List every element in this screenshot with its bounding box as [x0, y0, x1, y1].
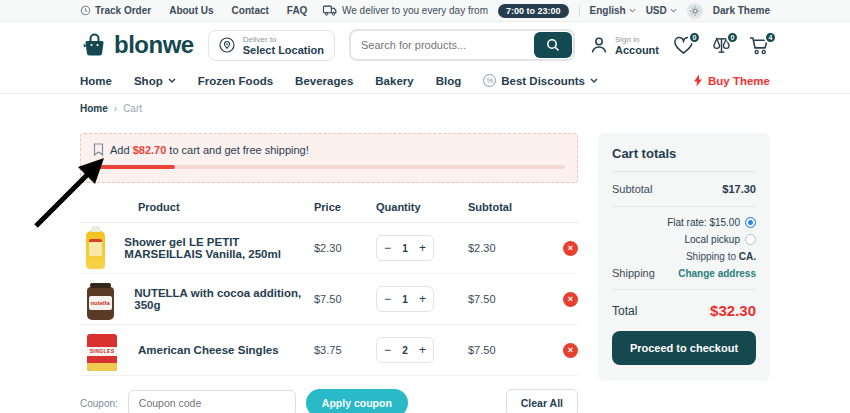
shipping-text-suffix: to cart and get free shipping! — [169, 144, 308, 156]
nav-bakery[interactable]: Bakery — [375, 75, 413, 87]
change-address-link[interactable]: Change address — [678, 268, 756, 279]
quantity-stepper: − 1 + — [376, 235, 434, 261]
select-location-label: Select Location — [243, 44, 324, 56]
product-name[interactable]: American Cheese Singles — [138, 344, 279, 356]
product-name[interactable]: NUTELLA with cocoa addition, 350g — [134, 287, 314, 311]
product-subtotal: $7.50 — [468, 293, 554, 305]
currency-select[interactable]: USD — [646, 5, 677, 16]
local-pickup-radio[interactable] — [745, 234, 756, 245]
user-icon — [589, 35, 609, 55]
cart-count-badge: 4 — [764, 31, 777, 44]
decrease-quantity-button[interactable]: − — [384, 293, 391, 305]
quantity-value: 1 — [402, 243, 408, 254]
col-price: Price — [314, 201, 376, 213]
increase-quantity-button[interactable]: + — [419, 293, 426, 305]
location-selector[interactable]: Deliver to Select Location — [208, 30, 335, 61]
map-pin-icon — [219, 37, 235, 53]
product-name[interactable]: Shower gel LE PETIT MARSEILLAIS Vanilla,… — [124, 236, 314, 260]
search-button[interactable] — [534, 32, 572, 58]
nav-home-label: Home — [80, 75, 112, 87]
remove-item-button[interactable]: × — [563, 343, 578, 358]
discount-percent-icon: % — [483, 74, 496, 87]
free-shipping-banner: Add $82.70 to cart and get free shipping… — [80, 133, 578, 183]
nav-blog[interactable]: Blog — [436, 75, 462, 87]
delivery-text: We deliver to you every day from — [342, 5, 488, 16]
nav-beverages[interactable]: Beverages — [295, 75, 353, 87]
product-image-nutella[interactable] — [80, 278, 120, 320]
remove-item-button[interactable]: × — [563, 292, 578, 307]
contact-link[interactable]: Contact — [232, 5, 269, 16]
product-price: $2.30 — [314, 242, 376, 254]
sign-in-label: Sign in — [615, 35, 659, 44]
flat-rate-option[interactable]: Flat rate: $15.00 — [667, 217, 756, 228]
breadcrumb-separator: › — [114, 103, 117, 114]
nav-shop[interactable]: Shop — [134, 75, 176, 87]
buy-theme-link[interactable]: Buy Theme — [693, 74, 770, 87]
nav-best-discounts[interactable]: % Best Discounts — [483, 74, 598, 87]
compare-count-badge: 0 — [726, 31, 739, 44]
product-price: $7.50 — [314, 293, 376, 305]
search-icon — [546, 38, 560, 52]
track-order-link[interactable]: Track Order — [80, 5, 151, 16]
main-nav: Home Shop Frozen Foods Beverages Bakery … — [0, 68, 850, 94]
theme-toggle[interactable] — [687, 3, 703, 19]
product-image-shower-gel[interactable] — [80, 227, 110, 269]
search-input[interactable] — [351, 39, 534, 51]
compare-button[interactable]: 0 — [711, 36, 732, 55]
search-bar — [349, 29, 575, 61]
cart-button[interactable]: 4 — [749, 36, 770, 55]
increase-quantity-button[interactable]: + — [419, 344, 426, 356]
coupon-label: Coupon: — [80, 398, 118, 409]
subtotal-row: Subtotal $17.30 — [612, 172, 756, 207]
nav-frozen-foods[interactable]: Frozen Foods — [198, 75, 273, 87]
shipping-section: Shipping Flat rate: $15.00 Local pickup … — [612, 207, 756, 290]
flat-rate-radio[interactable] — [745, 217, 756, 228]
account-label: Account — [615, 44, 659, 56]
faq-link[interactable]: FAQ — [287, 5, 308, 16]
sun-icon — [690, 6, 700, 16]
nav-bakery-label: Bakery — [375, 75, 413, 87]
header: blonwe Deliver to Select Location Sign i… — [0, 22, 850, 68]
buy-theme-label: Buy Theme — [708, 75, 770, 87]
subtotal-label: Subtotal — [612, 183, 652, 195]
cart-table-header: Product Price Quantity Subtotal — [80, 195, 578, 223]
proceed-to-checkout-button[interactable]: Proceed to checkout — [612, 331, 756, 365]
local-pickup-option[interactable]: Local pickup — [684, 234, 756, 245]
shipping-progress-fill — [93, 165, 175, 169]
apply-coupon-button[interactable]: Apply coupon — [306, 389, 408, 413]
chevron-down-icon — [590, 78, 598, 83]
increase-quantity-button[interactable]: + — [419, 242, 426, 254]
nav-shop-label: Shop — [134, 75, 163, 87]
nav-home[interactable]: Home — [80, 75, 112, 87]
local-pickup-label: Local pickup — [684, 234, 740, 245]
breadcrumb: Home › Cart — [80, 94, 770, 121]
account-button[interactable]: Sign in Account — [589, 35, 659, 56]
wishlist-button[interactable]: 0 — [673, 36, 694, 55]
about-us-link[interactable]: About Us — [169, 5, 213, 16]
total-value: $32.30 — [710, 302, 756, 319]
cart-row-nutella: NUTELLA with cocoa addition, 350g $7.50 … — [80, 274, 578, 325]
cart-row-shower-gel: Shower gel LE PETIT MARSEILLAIS Vanilla,… — [80, 223, 578, 274]
product-image-cheese[interactable] — [80, 329, 124, 371]
remove-item-button[interactable]: × — [563, 241, 578, 256]
shipping-amount: $82.70 — [133, 144, 167, 156]
cart-row-cheese: American Cheese Singles $3.75 − 2 + $7.5… — [80, 325, 578, 376]
track-order-label: Track Order — [95, 5, 151, 16]
coupon-section: Coupon: Apply coupon Clear All — [80, 389, 578, 413]
shipping-text-prefix: Add — [110, 144, 130, 156]
nav-beverages-label: Beverages — [295, 75, 353, 87]
chevron-down-icon — [670, 8, 677, 13]
coupon-input[interactable] — [128, 390, 296, 413]
theme-label: Dark Theme — [713, 5, 770, 16]
brand-logo[interactable]: blonwe — [80, 31, 194, 59]
decrease-quantity-button[interactable]: − — [384, 344, 391, 356]
col-product: Product — [138, 201, 180, 213]
quantity-value: 2 — [402, 345, 408, 356]
nav-frozen-foods-label: Frozen Foods — [198, 75, 273, 87]
clear-all-button[interactable]: Clear All — [506, 389, 578, 413]
language-select[interactable]: English — [590, 5, 636, 16]
product-subtotal: $7.50 — [468, 344, 554, 356]
decrease-quantity-button[interactable]: − — [384, 242, 391, 254]
wishlist-count-badge: 0 — [688, 31, 701, 44]
breadcrumb-home[interactable]: Home — [80, 103, 108, 114]
